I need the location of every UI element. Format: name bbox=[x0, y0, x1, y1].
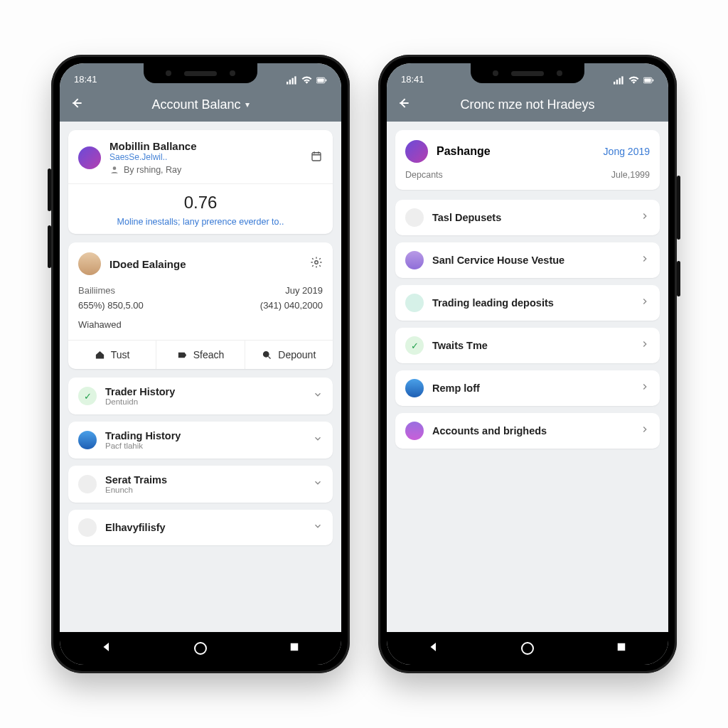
action-search[interactable]: Sfeach bbox=[156, 341, 245, 369]
nav-recent[interactable] bbox=[288, 641, 301, 656]
list-title: Trader History bbox=[105, 386, 304, 397]
list-item[interactable]: Elhavyfilisfy bbox=[68, 510, 333, 545]
svg-rect-12 bbox=[614, 82, 615, 85]
balance-card: Mobillin Ballance SaesSe.Jelwil.. By rsh… bbox=[68, 130, 333, 234]
svg-rect-6 bbox=[326, 80, 327, 82]
list-icon bbox=[78, 518, 97, 537]
list-icon bbox=[78, 431, 97, 449]
page-title[interactable]: Account Balanc ▾ bbox=[90, 97, 311, 112]
svg-rect-1 bbox=[289, 80, 291, 85]
list-item[interactable]: Sanl Cervice House Vestue bbox=[395, 242, 660, 278]
label: Bailiimes bbox=[78, 285, 115, 296]
svg-rect-5 bbox=[317, 79, 323, 82]
arrow-left-icon bbox=[397, 96, 411, 110]
expand-toggle[interactable] bbox=[313, 390, 323, 402]
list-title: Accounts and brigheds bbox=[432, 425, 631, 437]
open-arrow[interactable] bbox=[640, 339, 650, 352]
battery-icon bbox=[316, 76, 327, 85]
back-button[interactable] bbox=[70, 96, 84, 114]
back-button[interactable] bbox=[397, 96, 411, 114]
app-bar: Account Balanc ▾ bbox=[60, 87, 341, 122]
page-title: Cronc mze not Hradeys bbox=[417, 97, 638, 112]
calendar-icon bbox=[310, 150, 323, 163]
signal-icon bbox=[287, 76, 297, 85]
action-row: Tust Sfeach Depount bbox=[68, 340, 333, 369]
meta-left: Depcants bbox=[405, 170, 443, 180]
list-item[interactable]: Remp loff bbox=[395, 370, 660, 406]
page-title-text: Account Balanc bbox=[151, 97, 240, 112]
nav-back[interactable] bbox=[427, 641, 440, 656]
header-name: Pashange bbox=[437, 145, 491, 158]
list-title: Serat Traims bbox=[105, 474, 304, 486]
svg-rect-2 bbox=[292, 78, 294, 85]
screen: 18:41 Cronc mze not Hradeys Pasha bbox=[387, 63, 668, 665]
wifi-icon bbox=[628, 76, 639, 85]
nav-recent[interactable] bbox=[615, 641, 628, 656]
android-navbar bbox=[387, 632, 668, 665]
list-item[interactable]: Accounts and brigheds bbox=[395, 413, 660, 449]
action-trust[interactable]: Tust bbox=[68, 341, 156, 369]
balance-value: 0.76 bbox=[78, 193, 323, 213]
value: (341) 040,2000 bbox=[260, 300, 323, 311]
svg-rect-3 bbox=[294, 76, 296, 84]
balance-title: Mobillin Ballance bbox=[109, 140, 301, 152]
chevron-right-icon bbox=[640, 254, 650, 264]
list-item[interactable]: Trading leading deposits bbox=[395, 285, 660, 321]
action-deposit[interactable]: Depount bbox=[245, 341, 333, 369]
list-item[interactable]: Tasl Depusets bbox=[395, 200, 660, 235]
open-arrow[interactable] bbox=[640, 382, 650, 395]
svg-rect-18 bbox=[653, 80, 654, 82]
open-arrow[interactable] bbox=[640, 424, 650, 437]
list-icon bbox=[78, 475, 97, 493]
list-title: Elhavyfilisfy bbox=[105, 522, 304, 533]
list-title: Twaits Tme bbox=[432, 340, 631, 351]
content: Pashange Jong 2019 Depcants Jule,1999 Ta… bbox=[387, 122, 668, 632]
svg-rect-14 bbox=[619, 78, 621, 85]
nav-home[interactable] bbox=[194, 642, 207, 655]
balance-link[interactable]: Moline inestalls; lany prerence everder … bbox=[78, 217, 323, 227]
home-icon bbox=[95, 350, 105, 360]
status-label: Wiahawed bbox=[78, 319, 122, 330]
status-icons bbox=[614, 76, 654, 85]
nav-back[interactable] bbox=[100, 641, 113, 656]
avatar bbox=[78, 252, 101, 275]
expand-toggle[interactable] bbox=[313, 434, 323, 446]
list-icon bbox=[405, 208, 424, 227]
open-arrow[interactable] bbox=[640, 296, 650, 309]
chevron-right-icon bbox=[640, 211, 650, 221]
list-sub: Dentuidn bbox=[105, 397, 304, 406]
list-item[interactable]: ✓Trader HistoryDentuidn bbox=[68, 378, 333, 414]
chevron-down-icon: ▾ bbox=[245, 100, 250, 109]
svg-rect-13 bbox=[616, 80, 618, 85]
expand-toggle[interactable] bbox=[313, 478, 323, 491]
svg-rect-19 bbox=[618, 643, 626, 651]
wifi-icon bbox=[301, 76, 312, 85]
settings-button[interactable] bbox=[310, 256, 323, 272]
list-sub: Pacf tlahik bbox=[105, 441, 304, 450]
svg-point-9 bbox=[315, 261, 318, 264]
open-arrow[interactable] bbox=[640, 211, 650, 224]
phone-right: 18:41 Cronc mze not Hradeys Pasha bbox=[378, 55, 677, 673]
chevron-down-icon bbox=[313, 434, 323, 444]
battery-icon bbox=[643, 76, 654, 85]
expand-toggle[interactable] bbox=[313, 521, 323, 534]
gear-icon bbox=[310, 256, 323, 269]
svg-rect-15 bbox=[621, 76, 623, 84]
open-arrow[interactable] bbox=[640, 254, 650, 267]
calendar-button[interactable] bbox=[310, 150, 323, 166]
android-navbar bbox=[60, 632, 341, 665]
header-card: Pashange Jong 2019 Depcants Jule,1999 bbox=[395, 130, 660, 190]
list-item[interactable]: Serat TraimsEnunch bbox=[68, 466, 333, 503]
avatar bbox=[405, 140, 428, 163]
list-item[interactable]: Trading HistoryPacf tlahik bbox=[68, 422, 333, 459]
notch bbox=[471, 63, 584, 83]
header-link[interactable]: Jong 2019 bbox=[604, 146, 650, 157]
nav-home[interactable] bbox=[521, 642, 534, 655]
status-icons bbox=[287, 76, 327, 85]
svg-rect-8 bbox=[312, 152, 321, 160]
list-title: Remp loff bbox=[432, 382, 631, 394]
list-icon bbox=[405, 379, 424, 397]
list-item[interactable]: ✓Twaits Tme bbox=[395, 328, 660, 363]
svg-rect-17 bbox=[644, 79, 651, 82]
list-sub: Enunch bbox=[105, 486, 304, 494]
